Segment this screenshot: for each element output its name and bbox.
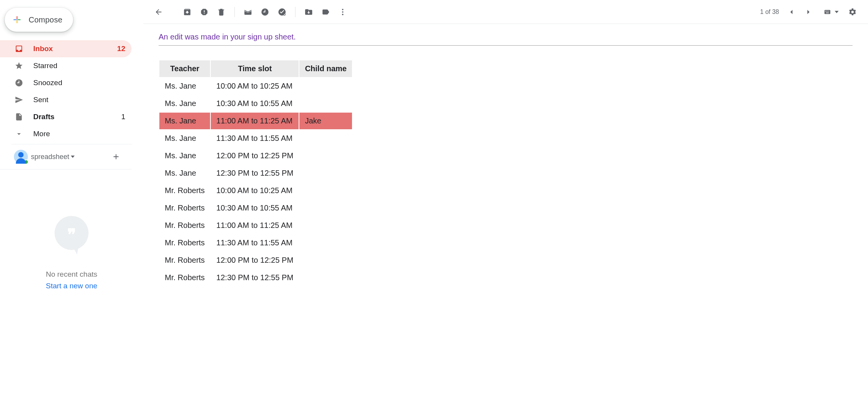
settings-button[interactable] (844, 3, 861, 21)
nav-label: Starred (33, 62, 125, 70)
separator (295, 7, 296, 17)
cell-timeslot: 11:00 AM to 11:25 AM (210, 217, 299, 234)
nav-sent[interactable]: Sent (0, 91, 132, 108)
col-timeslot: Time slot (210, 60, 299, 77)
inbox-count: 12 (117, 45, 125, 53)
cell-child (299, 234, 352, 252)
snooze-button[interactable] (256, 3, 273, 21)
new-chat-button[interactable] (111, 151, 121, 162)
compose-button[interactable]: Compose (5, 8, 73, 32)
cell-child (299, 269, 352, 286)
cell-teacher: Mr. Roberts (159, 217, 210, 234)
no-recent-chats-text: No recent chats (46, 270, 97, 279)
svg-rect-5 (825, 11, 826, 12)
cell-teacher: Mr. Roberts (159, 234, 210, 252)
send-icon (14, 95, 24, 105)
separator (234, 7, 235, 17)
more-actions-button[interactable] (334, 3, 351, 21)
delete-button[interactable] (213, 3, 230, 21)
chat-section: spreadsheet (0, 144, 132, 169)
chat-account-dropdown[interactable]: spreadsheet (31, 153, 111, 161)
table-row: Ms. Jane12:30 PM to 12:55 PM (159, 164, 352, 182)
chevron-down-icon (71, 156, 75, 158)
cell-child (299, 95, 352, 112)
cell-timeslot: 11:00 AM to 11:25 AM (210, 112, 299, 130)
table-row: Mr. Roberts10:00 AM to 10:25 AM (159, 182, 352, 199)
cell-timeslot: 11:30 AM to 11:55 AM (210, 234, 299, 252)
email-subject-line: An edit was made in your sign up sheet. (159, 33, 853, 46)
nav-more[interactable]: More (0, 125, 132, 142)
cell-child (299, 77, 352, 95)
table-row: Ms. Jane10:30 AM to 10:55 AM (159, 95, 352, 112)
cell-teacher: Ms. Jane (159, 147, 210, 164)
input-tools-button[interactable] (822, 9, 839, 15)
compose-label: Compose (29, 15, 62, 24)
table-row: Mr. Roberts11:30 AM to 11:55 AM (159, 234, 352, 252)
sidebar: Compose Inbox 12 Starred Snoozed Sent (0, 0, 143, 404)
avatar[interactable] (14, 150, 28, 164)
cell-timeslot: 12:30 PM to 12:55 PM (210, 269, 299, 286)
cell-teacher: Ms. Jane (159, 95, 210, 112)
nav-label: Snoozed (33, 79, 125, 87)
svg-rect-9 (829, 11, 829, 12)
cell-teacher: Mr. Roberts (159, 199, 210, 217)
table-row: Mr. Roberts12:00 PM to 12:25 PM (159, 252, 352, 269)
cell-timeslot: 10:00 AM to 10:25 AM (210, 182, 299, 199)
email-content: An edit was made in your sign up sheet. … (143, 24, 868, 295)
cell-teacher: Mr. Roberts (159, 182, 210, 199)
chat-account-name: spreadsheet (31, 153, 69, 161)
clock-icon (14, 78, 24, 88)
cell-child (299, 182, 352, 199)
chevron-down-icon (835, 11, 839, 13)
cell-timeslot: 11:30 AM to 11:55 AM (210, 130, 299, 147)
toolbar: 1 of 38 (143, 0, 868, 24)
svg-point-2 (342, 11, 343, 13)
start-new-chat-link[interactable]: Start a new one (46, 282, 97, 290)
cell-teacher: Ms. Jane (159, 112, 210, 130)
table-row: Ms. Jane11:30 AM to 11:55 AM (159, 130, 352, 147)
add-to-tasks-button[interactable] (273, 3, 290, 21)
cell-child (299, 130, 352, 147)
drafts-count: 1 (121, 113, 125, 121)
cell-timeslot: 10:00 AM to 10:25 AM (210, 77, 299, 95)
nav-inbox[interactable]: Inbox 12 (0, 40, 132, 57)
svg-rect-4 (825, 10, 830, 14)
mark-unread-button[interactable] (239, 3, 256, 21)
cell-child: Jake (299, 112, 352, 130)
nav-label: Drafts (33, 113, 121, 121)
svg-rect-8 (828, 11, 829, 12)
cell-timeslot: 12:30 PM to 12:55 PM (210, 164, 299, 182)
labels-button[interactable] (317, 3, 334, 21)
plus-icon (12, 15, 22, 24)
cell-timeslot: 10:30 AM to 10:55 AM (210, 95, 299, 112)
svg-rect-10 (826, 12, 829, 13)
nav-snoozed[interactable]: Snoozed (0, 74, 132, 91)
cell-timeslot: 12:00 PM to 12:25 PM (210, 252, 299, 269)
table-row: Mr. Roberts11:00 AM to 11:25 AM (159, 217, 352, 234)
file-icon (14, 112, 24, 122)
cell-timeslot: 10:30 AM to 10:55 AM (210, 199, 299, 217)
cell-teacher: Ms. Jane (159, 130, 210, 147)
older-button[interactable] (783, 3, 800, 21)
back-button[interactable] (150, 3, 167, 21)
cell-child (299, 252, 352, 269)
table-row: Ms. Jane10:00 AM to 10:25 AM (159, 77, 352, 95)
cell-child (299, 217, 352, 234)
star-icon (14, 61, 24, 71)
nav-starred[interactable]: Starred (0, 57, 132, 74)
archive-button[interactable] (179, 3, 196, 21)
table-row: Mr. Roberts12:30 PM to 12:55 PM (159, 269, 352, 286)
newer-button[interactable] (800, 3, 817, 21)
col-child: Child name (299, 60, 352, 77)
move-to-button[interactable] (300, 3, 317, 21)
report-spam-button[interactable] (196, 3, 213, 21)
nav-label: Inbox (33, 45, 117, 53)
nav-label: More (33, 130, 125, 138)
folder-nav: Inbox 12 Starred Snoozed Sent Drafts 1 (0, 39, 143, 142)
chevron-down-icon (14, 129, 24, 139)
cell-child (299, 164, 352, 182)
cell-teacher: Mr. Roberts (159, 252, 210, 269)
nav-drafts[interactable]: Drafts 1 (0, 108, 132, 125)
table-row: Mr. Roberts10:30 AM to 10:55 AM (159, 199, 352, 217)
presence-online-icon (24, 159, 29, 164)
